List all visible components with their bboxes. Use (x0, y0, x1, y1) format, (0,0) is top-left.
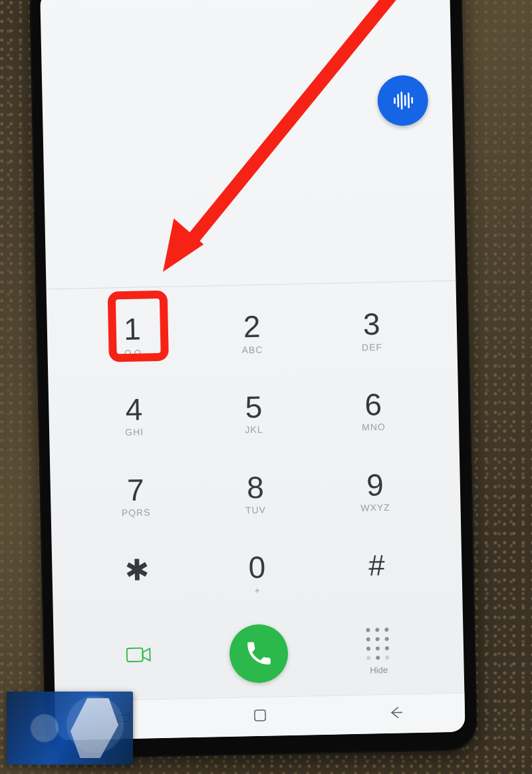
key-digit: 6 (364, 388, 382, 421)
key-letters: PQRS (122, 507, 151, 518)
key-3[interactable]: 3 DEF (311, 289, 432, 371)
key-digit: 1 (124, 313, 142, 346)
voice-wave-icon (388, 86, 417, 115)
keypad-row: 1 2 ABC 3 DEF (72, 289, 432, 376)
key-9[interactable]: 9 WXYZ (315, 450, 436, 532)
nav-back-button[interactable] (388, 704, 406, 724)
key-digit: ✱ (124, 555, 150, 586)
key-2[interactable]: 2 ABC (192, 291, 313, 374)
key-star[interactable]: ✱ (76, 535, 198, 617)
key-1[interactable]: 1 (72, 294, 193, 376)
svg-line-2 (402, 92, 402, 108)
key-letters: MNO (362, 422, 386, 433)
key-letters: + (254, 585, 261, 596)
key-digit: 7 (127, 473, 145, 506)
voicemail-icon (124, 348, 141, 358)
key-6[interactable]: 6 MNO (313, 369, 434, 452)
nav-home-button[interactable] (251, 707, 269, 727)
key-hash[interactable]: # (316, 530, 437, 612)
key-digit: 9 (366, 469, 384, 501)
key-digit: 2 (243, 311, 261, 343)
phone-icon (244, 638, 274, 668)
voice-assistant-button[interactable] (377, 74, 429, 126)
svg-point-6 (125, 350, 130, 355)
dial-pad: 1 2 ABC 3 DEF 4 GHI (47, 282, 465, 702)
phone-screen: 1 2 ABC 3 DEF 4 GHI (40, 0, 465, 740)
action-row: Hide (78, 610, 439, 697)
dialer-display-area (40, 0, 456, 289)
key-digit: 4 (125, 393, 143, 426)
key-letters: JKL (245, 424, 263, 436)
hide-keypad-button[interactable]: Hide (318, 626, 438, 676)
svg-point-7 (135, 350, 140, 355)
phone-frame: 1 2 ABC 3 DEF 4 GHI (29, 0, 477, 759)
call-fab[interactable] (229, 624, 289, 684)
key-digit: 3 (362, 308, 380, 340)
call-button[interactable] (198, 623, 319, 684)
key-digit: # (368, 549, 385, 580)
key-digit: 0 (248, 551, 266, 584)
home-icon (251, 707, 269, 725)
back-icon (388, 704, 406, 721)
key-digit: 8 (247, 471, 265, 503)
watermark-thumbnail (7, 692, 133, 765)
key-letters: GHI (125, 427, 144, 438)
key-8[interactable]: 8 TUV (195, 452, 316, 535)
keypad-grid-icon (366, 627, 390, 661)
key-letters: TUV (245, 505, 266, 516)
key-4[interactable]: 4 GHI (73, 374, 194, 457)
keypad-row: 4 GHI 5 JKL 6 MNO (73, 369, 434, 457)
key-0[interactable]: 0 + (196, 532, 317, 614)
keypad-row: ✱ 0 + # (76, 530, 437, 618)
key-letters: WXYZ (360, 502, 390, 513)
key-7[interactable]: 7 PQRS (75, 454, 196, 537)
key-letters: DEF (362, 341, 382, 352)
svg-rect-10 (255, 710, 265, 721)
hide-label: Hide (370, 664, 388, 675)
video-call-button[interactable] (79, 644, 200, 668)
keypad-row: 7 PQRS 8 TUV 9 WXYZ (75, 450, 436, 537)
video-icon (126, 645, 153, 667)
svg-rect-9 (127, 648, 143, 662)
key-digit: 5 (245, 391, 263, 424)
key-5[interactable]: 5 JKL (193, 372, 314, 454)
key-letters: ABC (241, 344, 263, 355)
